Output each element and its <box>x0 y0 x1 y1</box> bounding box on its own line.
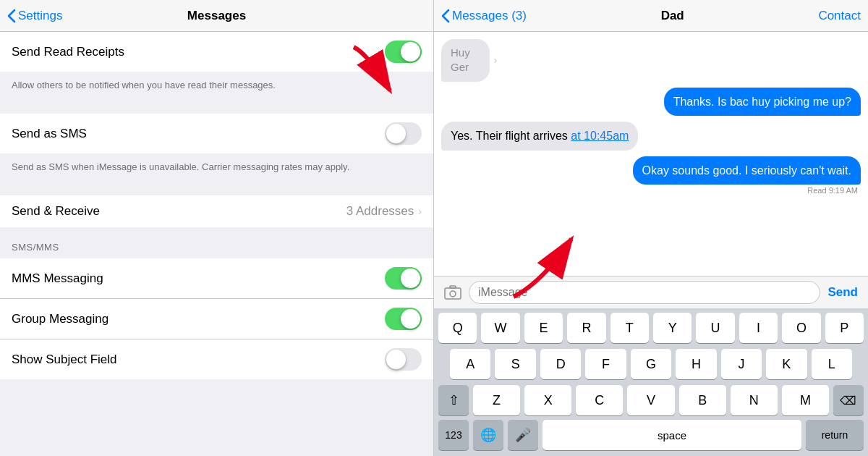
send-receive-value: 3 Addresses <box>346 204 414 219</box>
key-Q[interactable]: Q <box>438 313 477 343</box>
messages-back-button[interactable]: Messages (3) <box>441 9 527 23</box>
messages-back-label: Messages (3) <box>452 9 527 23</box>
key-F[interactable]: F <box>585 349 626 379</box>
show-subject-field-row: Show Subject Field <box>0 339 433 379</box>
key-P[interactable]: P <box>825 313 864 343</box>
key-J[interactable]: J <box>721 349 762 379</box>
back-chevron-icon <box>7 9 16 23</box>
settings-panel: Settings Messages Send Read Receipts All… <box>0 0 434 456</box>
message-bubble-partial: Huy Ger <box>441 39 490 82</box>
keyboard-row-3: ⇧ Z X C V B N M ⌫ <box>434 381 868 417</box>
key-K[interactable]: K <box>766 349 807 379</box>
shift-key[interactable]: ⇧ <box>438 385 469 415</box>
show-subject-field-toggle[interactable] <box>385 348 422 371</box>
key-I[interactable]: I <box>739 313 778 343</box>
key-H[interactable]: H <box>676 349 716 379</box>
settings-back-button[interactable]: Settings <box>7 9 62 23</box>
send-read-receipts-row: Send Read Receipts <box>0 32 433 72</box>
camera-svg-icon <box>444 285 461 300</box>
key-X[interactable]: X <box>524 385 571 415</box>
group-messaging-label: Group Messaging <box>12 312 109 326</box>
messages-list: Huy Ger › Thanks. Is bac huy picking me … <box>434 32 868 276</box>
group-messaging-toggle[interactable] <box>385 308 422 330</box>
show-subject-field-label: Show Subject Field <box>12 352 117 367</box>
toggle-knob-subject <box>386 350 406 369</box>
message-bubble-1: Thanks. Is bac huy picking me up? <box>664 88 861 117</box>
send-receive-value-group: 3 Addresses › <box>346 204 422 219</box>
key-D[interactable]: D <box>540 349 581 379</box>
svg-rect-4 <box>450 286 456 288</box>
key-B[interactable]: B <box>679 385 726 415</box>
partial-chevron-icon: › <box>494 54 498 66</box>
key-A[interactable]: A <box>450 349 490 379</box>
key-W[interactable]: W <box>481 313 519 343</box>
keyboard: Q W E R T Y U I O P A S D F G H J K L ⇧ … <box>434 308 868 456</box>
send-as-sms-row: Send as SMS <box>0 114 433 153</box>
mms-messaging-row: MMS Messaging <box>0 258 433 299</box>
camera-icon[interactable] <box>441 281 464 304</box>
toggle-knob-mms <box>401 269 420 288</box>
key-V[interactable]: V <box>627 385 674 415</box>
send-as-sms-label: Send as SMS <box>12 127 87 141</box>
key-Z[interactable]: Z <box>473 385 520 415</box>
send-receive-row[interactable]: Send & Receive 3 Addresses › <box>0 195 433 227</box>
key-E[interactable]: E <box>524 313 563 343</box>
imessage-input[interactable] <box>469 281 820 304</box>
key-C[interactable]: C <box>576 385 623 415</box>
messages-nav-bar: Messages (3) Dad Contact <box>434 0 868 32</box>
keyboard-row-4: 123 🌐 🎤 space return <box>434 417 868 456</box>
settings-nav-bar: Settings Messages <box>0 0 433 32</box>
sms-mms-group: MMS Messaging Group Messaging Show Subje… <box>0 258 433 379</box>
mms-messaging-label: MMS Messaging <box>12 271 103 286</box>
key-G[interactable]: G <box>631 349 671 379</box>
delete-key[interactable]: ⌫ <box>833 385 864 415</box>
keyboard-row-1: Q W E R T Y U I O P <box>434 308 868 345</box>
messages-contact-button[interactable]: Contact <box>818 9 861 23</box>
messages-back-chevron-icon <box>441 9 450 23</box>
key-T[interactable]: T <box>610 313 649 343</box>
svg-point-3 <box>450 291 456 297</box>
message-row-partial: Huy Ger › <box>441 39 861 82</box>
send-read-receipts-group: Send Read Receipts <box>0 32 433 72</box>
message-row-2: Yes. Their flight arrives at 10:45am <box>441 122 861 151</box>
send-as-sms-description: Send as SMS when iMessage is unavailable… <box>0 153 433 182</box>
key-Y[interactable]: Y <box>653 313 692 343</box>
message-row-1: Thanks. Is bac huy picking me up? <box>441 88 861 117</box>
return-key[interactable]: return <box>806 420 864 450</box>
read-receipt: Read 9:19 AM <box>807 186 858 195</box>
toggle-knob <box>401 42 420 62</box>
key-M[interactable]: M <box>782 385 829 415</box>
messages-panel: Messages (3) Dad Contact Huy Ger › Thank… <box>434 0 868 456</box>
sms-mms-header: SMS/MMS <box>0 227 433 258</box>
message-bubble-2: Yes. Their flight arrives at 10:45am <box>441 122 638 151</box>
microphone-key[interactable]: 🎤 <box>508 420 538 450</box>
globe-key[interactable]: 🌐 <box>473 420 503 450</box>
key-U[interactable]: U <box>696 313 734 343</box>
send-receive-group: Send & Receive 3 Addresses › <box>0 195 433 227</box>
messages-nav-title: Dad <box>661 9 684 23</box>
send-receive-chevron-icon: › <box>418 206 422 217</box>
space-key[interactable]: space <box>542 420 801 450</box>
settings-title: Messages <box>187 9 246 23</box>
send-button[interactable]: Send <box>825 285 861 300</box>
key-L[interactable]: L <box>812 349 852 379</box>
mms-messaging-toggle[interactable] <box>385 267 422 290</box>
numbers-key[interactable]: 123 <box>438 420 469 450</box>
key-R[interactable]: R <box>567 313 605 343</box>
message-row-3: Okay sounds good. I seriously can't wait… <box>441 156 861 195</box>
keyboard-row-2: A S D F G H J K L <box>434 345 868 381</box>
flight-link[interactable]: at 10:45am <box>571 130 629 142</box>
toggle-knob-sms <box>386 124 406 143</box>
key-S[interactable]: S <box>495 349 535 379</box>
key-O[interactable]: O <box>782 313 820 343</box>
send-read-receipts-label: Send Read Receipts <box>12 45 124 59</box>
send-as-sms-group: Send as SMS <box>0 114 433 153</box>
key-N[interactable]: N <box>731 385 778 415</box>
settings-back-label: Settings <box>18 9 62 23</box>
send-as-sms-toggle[interactable] <box>385 122 422 145</box>
send-read-receipts-description: Allow others to be notified when you hav… <box>0 72 433 101</box>
send-receive-label: Send & Receive <box>12 204 100 219</box>
send-read-receipts-toggle[interactable] <box>385 41 422 63</box>
settings-content: Send Read Receipts Allow others to be no… <box>0 32 433 456</box>
message-bubble-3: Okay sounds good. I seriously can't wait… <box>633 156 861 185</box>
